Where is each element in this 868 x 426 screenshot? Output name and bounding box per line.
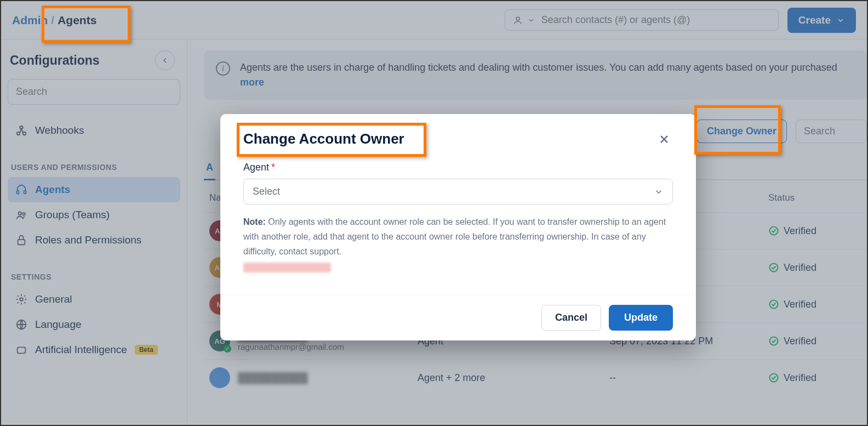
sidebar: Configurations Webhooks USERS AND PERMIS… — [1, 39, 187, 425]
header-status: Status — [768, 192, 861, 203]
agent-email: ragunaathanmpr@gmail.com — [238, 342, 344, 351]
sidebar-item-label: General — [35, 293, 72, 305]
cancel-button[interactable]: Cancel — [541, 305, 601, 331]
svg-rect-11 — [18, 347, 26, 353]
topbar: Admin / Agents Create — [1, 1, 867, 39]
global-search[interactable] — [505, 9, 779, 31]
agent-name: ██████████ — [238, 372, 308, 384]
users-icon — [15, 209, 27, 221]
verified-badge-icon: ✓ — [224, 345, 231, 353]
svg-point-2 — [23, 132, 26, 135]
info-icon: i — [216, 61, 230, 76]
sidebar-item-agents[interactable]: Agents — [8, 177, 180, 202]
breadcrumb-sep: / — [51, 14, 54, 27]
sidebar-title: Configurations — [10, 53, 100, 68]
svg-rect-4 — [17, 191, 19, 194]
agent-status: Verified — [768, 262, 861, 274]
lock-icon — [15, 234, 27, 246]
close-icon — [658, 133, 671, 146]
svg-point-7 — [22, 213, 25, 215]
gear-icon — [15, 293, 27, 305]
global-search-input[interactable] — [541, 14, 770, 26]
update-button[interactable]: Update — [609, 305, 673, 331]
chevron-down-icon — [836, 16, 845, 25]
table-row[interactable]: ██████████Agent + 2 more--Verified — [204, 359, 867, 396]
sidebar-item-groups[interactable]: Groups (Teams) — [8, 202, 180, 228]
globe-icon — [15, 319, 27, 331]
check-circle-icon — [768, 372, 779, 383]
breadcrumb: Admin / Agents — [12, 14, 96, 27]
sidebar-item-general[interactable]: General — [8, 287, 180, 312]
svg-point-1 — [17, 132, 20, 135]
ai-icon — [15, 344, 27, 356]
modal-close-button[interactable] — [655, 130, 673, 150]
agent-status: Verified — [768, 372, 861, 384]
sidebar-item-roles[interactable]: Roles and Permissions — [8, 228, 180, 253]
redacted-text — [243, 263, 331, 272]
svg-rect-5 — [24, 191, 26, 194]
check-circle-icon — [768, 225, 779, 236]
beta-badge: Beta — [135, 345, 158, 355]
sidebar-search-input[interactable] — [8, 79, 180, 105]
tab-active[interactable]: A — [204, 156, 215, 180]
change-owner-button[interactable]: Change Owner — [696, 120, 787, 143]
select-placeholder: Select — [253, 186, 280, 197]
change-owner-modal: Change Account Owner Agent * Select Note… — [220, 114, 696, 340]
svg-point-6 — [19, 212, 22, 215]
modal-title: Change Account Owner — [243, 130, 404, 147]
info-banner: i Agents are the users in charge of hand… — [204, 50, 867, 100]
avatar — [209, 367, 230, 388]
sidebar-item-label: Groups (Teams) — [35, 209, 110, 221]
check-circle-icon — [768, 336, 779, 347]
banner-more-link[interactable]: more — [240, 77, 264, 88]
agents-search-input[interactable] — [796, 120, 867, 143]
required-indicator: * — [271, 162, 275, 173]
create-button[interactable]: Create — [787, 8, 856, 33]
agent-date: -- — [609, 372, 768, 384]
agent-status: Verified — [768, 336, 861, 347]
agent-status: Verified — [768, 225, 861, 237]
breadcrumb-admin[interactable]: Admin — [12, 14, 48, 27]
sidebar-item-label: Roles and Permissions — [35, 234, 141, 246]
agent-role: Agent + 2 more — [418, 372, 609, 384]
sidebar-item-label: Language — [35, 319, 82, 331]
agent-select[interactable]: Select — [243, 179, 673, 205]
svg-rect-8 — [18, 240, 25, 245]
chevron-left-icon — [161, 56, 169, 65]
webhook-icon — [15, 124, 27, 137]
sidebar-item-language[interactable]: Language — [8, 312, 180, 337]
sidebar-item-label: Agents — [35, 184, 70, 196]
sidebar-section-users: USERS AND PERMISSIONS — [8, 157, 180, 177]
sidebar-section-settings: SETTINGS — [8, 267, 180, 287]
check-circle-icon — [768, 262, 779, 273]
collapse-sidebar-button[interactable] — [155, 50, 175, 70]
breadcrumb-current: Agents — [58, 14, 96, 27]
agent-status: Verified — [768, 299, 861, 310]
headset-icon — [15, 184, 27, 196]
svg-point-0 — [516, 17, 519, 20]
agent-field-label: Agent * — [243, 162, 673, 173]
chevron-down-icon — [654, 187, 664, 197]
person-icon — [513, 15, 523, 25]
sidebar-item-label: Webhooks — [35, 124, 84, 137]
modal-note: Note: Only agents with the account owner… — [243, 214, 673, 259]
sidebar-item-webhooks[interactable]: Webhooks — [8, 118, 180, 143]
svg-point-9 — [20, 298, 23, 301]
sidebar-item-label: Artificial Intelligence — [35, 344, 127, 356]
chevron-down-icon — [527, 16, 535, 24]
banner-text: Agents are the users in charge of handli… — [240, 62, 837, 73]
sidebar-item-ai[interactable]: Artificial Intelligence Beta — [8, 337, 180, 362]
check-circle-icon — [768, 299, 779, 310]
